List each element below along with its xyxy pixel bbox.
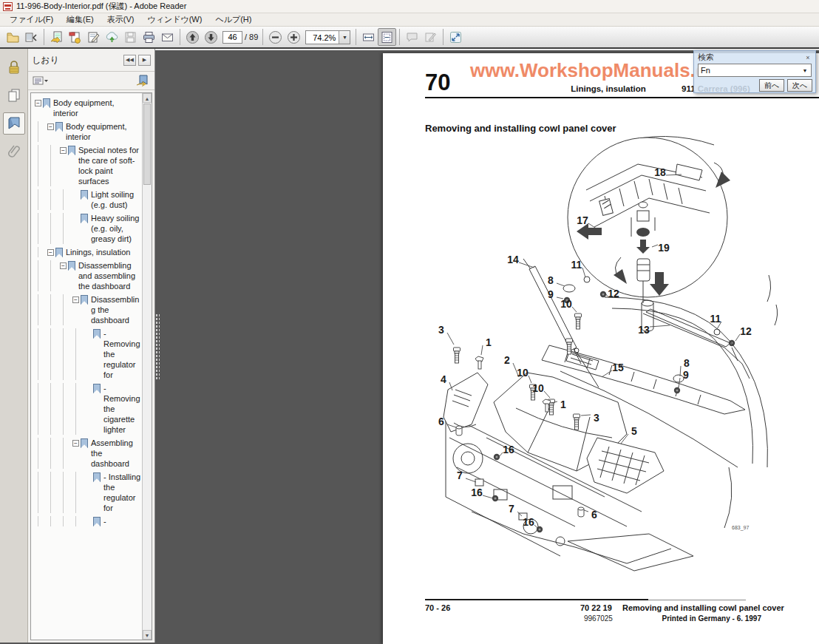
bookmark-item[interactable]: - Installing the regulator for <box>33 470 141 515</box>
bookmark-item[interactable]: −Disassembling and assembling the dashbo… <box>33 259 141 293</box>
bookmark-expander-icon[interactable]: − <box>72 440 79 447</box>
bookmark-item[interactable]: Light soiling (e.g. dust) <box>33 188 141 211</box>
footer-printed-label: Printed in Germany - 6. 1997 <box>662 614 762 623</box>
bookmark-label: - <box>103 516 141 526</box>
print-button[interactable] <box>140 28 158 46</box>
bookmark-expander-icon[interactable]: − <box>72 296 79 303</box>
search-previous-button[interactable]: 前へ <box>759 79 784 92</box>
fit-page-button[interactable] <box>378 28 396 46</box>
bookmark-item[interactable]: Heavy soiling (e.g. oily, greasy dirt) <box>33 211 141 245</box>
bookmark-label: Special notes for the care of soft-lock … <box>78 145 141 186</box>
title-bar: 11-996-Body-Interior.pdf (保護) - Adobe Re… <box>0 0 819 13</box>
security-lock-icon <box>6 59 22 75</box>
zoom-dropdown-arrow-icon[interactable]: ▼ <box>339 31 350 44</box>
tree-guide <box>50 328 60 380</box>
create-pdf-icon <box>68 30 82 44</box>
bookmark-item[interactable]: - <box>33 515 141 528</box>
bookmark-expander-icon[interactable]: − <box>47 249 54 256</box>
next-page-icon <box>204 30 218 44</box>
menu-item[interactable]: ウィンドウ(W) <box>140 13 208 26</box>
bookmark-item[interactable]: −Disassembling the dashboard <box>33 293 141 327</box>
search-next-button[interactable]: 次へ <box>787 79 812 92</box>
upload-cloud-button[interactable] <box>103 28 121 46</box>
bookmark-item[interactable]: −Special notes for the care of soft-lock… <box>33 143 141 188</box>
bookmark-item[interactable]: - Removing the cigarette lighter <box>33 382 141 436</box>
bookmark-options-icon[interactable] <box>33 75 49 87</box>
save-button[interactable] <box>121 28 140 46</box>
tree-guide <box>38 189 47 210</box>
diagram-callout: 12 <box>740 325 752 337</box>
tree-guide <box>63 328 72 380</box>
footer-op-code: 70 22 19 <box>580 603 612 612</box>
diagram-callout: 18 <box>654 166 666 178</box>
page-number-input[interactable] <box>222 31 242 44</box>
open-button[interactable] <box>4 28 22 46</box>
bookmark-item[interactable]: −Body equipment, interior <box>33 96 141 120</box>
search-dropdown-arrow-icon[interactable]: ▼ <box>799 64 811 76</box>
search-overlay: 検索 × Fn ▼ 前へ 次へ <box>693 50 816 93</box>
recent-files-button[interactable] <box>22 28 41 46</box>
expand-panel-button[interactable]: ▶ <box>138 55 151 66</box>
comment-button[interactable] <box>403 28 421 46</box>
tree-guide <box>38 121 47 142</box>
scroll-up-icon[interactable]: ▲ <box>143 93 152 103</box>
previous-page-button[interactable] <box>183 28 202 46</box>
search-input[interactable]: Fn ▼ <box>698 64 812 77</box>
zoom-out-button[interactable] <box>266 28 285 46</box>
bookmark-expander-icon[interactable]: − <box>60 262 67 269</box>
bookmark-label: Body equipment, interior <box>53 98 141 118</box>
sign-pane-button[interactable] <box>421 28 440 46</box>
bookmark-item[interactable]: −Linings, insulation <box>33 245 141 259</box>
collapse-panel-button[interactable]: ◀◀ <box>123 55 136 66</box>
bookmarks-panel-button[interactable] <box>3 112 25 135</box>
zoom-in-button[interactable] <box>285 28 303 46</box>
panel-splitter-handle[interactable] <box>155 313 160 380</box>
tree-guide <box>50 294 60 325</box>
next-page-button[interactable] <box>202 28 220 46</box>
tree-guide <box>75 328 85 380</box>
attachments-panel-button[interactable] <box>3 140 25 163</box>
bookmark-icon <box>93 517 101 526</box>
bookmark-label: Heavy soiling (e.g. oily, greasy dirt) <box>91 213 141 244</box>
bookmark-item[interactable]: −Assembling the dashboard <box>33 436 141 470</box>
fullscreen-button[interactable] <box>446 28 465 46</box>
menu-item[interactable]: 表示(V) <box>101 13 141 26</box>
bookmark-expander-icon[interactable]: − <box>60 147 67 154</box>
menu-bar: ファイル(F)編集(E)表示(V)ウィンドウ(W)ヘルプ(H) <box>0 13 819 27</box>
menu-item[interactable]: 編集(E) <box>60 13 101 26</box>
scroll-down-icon[interactable]: ▼ <box>143 630 152 640</box>
open-icon <box>6 30 20 44</box>
bookmark-expander-icon[interactable]: − <box>47 123 54 130</box>
bookmark-item[interactable]: - Removing the regulator for <box>33 327 141 382</box>
close-icon[interactable]: × <box>804 54 812 61</box>
tree-guide <box>50 213 60 244</box>
print-icon <box>142 30 156 44</box>
footer-page-label: 70 - 26 <box>425 603 450 612</box>
bookmark-icon <box>81 438 88 448</box>
bookmark-icon <box>43 98 50 108</box>
zoom-level-combo[interactable]: 74.2% ▼ <box>305 30 350 44</box>
scrollbar-track[interactable] <box>143 186 152 630</box>
diagram-callout: 16 <box>471 487 483 498</box>
fit-width-button[interactable] <box>359 28 378 46</box>
tree-guide <box>38 516 47 526</box>
page-thumbnails-button[interactable] <box>3 84 25 106</box>
sidebar-scrollbar[interactable]: ▲ ▼ <box>142 93 152 640</box>
menu-item[interactable]: ファイル(F) <box>3 13 60 26</box>
tree-guide <box>38 247 47 257</box>
sign-page-button[interactable] <box>84 28 103 46</box>
new-bookmark-icon[interactable] <box>135 74 150 87</box>
bookmark-label: Disassembling the dashboard <box>91 294 141 325</box>
security-settings-button[interactable] <box>3 56 25 78</box>
email-button[interactable] <box>158 28 177 46</box>
bookmark-label: Linings, insulation <box>66 247 141 257</box>
menu-item[interactable]: ヘルプ(H) <box>208 13 258 26</box>
scrollbar-thumb[interactable] <box>143 104 151 185</box>
bookmark-expander-icon[interactable]: − <box>35 100 41 106</box>
share-button[interactable] <box>47 28 66 46</box>
tree-guide <box>38 294 47 325</box>
bookmark-item[interactable]: −Body equipment, interior <box>33 120 141 143</box>
pdf-file-icon <box>3 2 13 11</box>
create-pdf-button[interactable] <box>66 28 84 46</box>
toolbar-separator <box>356 29 356 45</box>
